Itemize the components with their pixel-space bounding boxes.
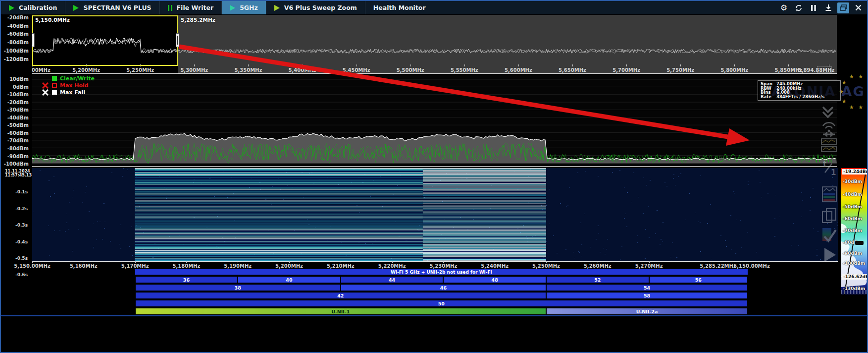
waterfall-confirm-icon[interactable] bbox=[819, 226, 839, 245]
channel-map-title-bar: Wi-Fi 5 GHz + UNII-2b not used for Wi-Fi bbox=[135, 269, 748, 275]
sweep-info-box: Span745.00MHzRBW248.00kHzBins6,008Rate38… bbox=[758, 80, 841, 101]
waterfall-x-tick-label: 5,230MHz bbox=[430, 263, 458, 269]
spectrum-waterfall-view-icon[interactable] bbox=[819, 184, 839, 204]
tab-v6-plus-sweep-zoom[interactable]: V6 Plus Sweep Zoom bbox=[266, 1, 365, 14]
wifi-channel-50: 50 bbox=[136, 300, 747, 306]
wifi-channel-46: 46 bbox=[341, 285, 546, 291]
spectrum-y-label: 0dBm bbox=[1, 85, 29, 90]
rtsa-window: CalibrationSPECTRAN V6 PLUSFile Writer5G… bbox=[0, 0, 868, 353]
overview-y-label: -20dBm bbox=[1, 15, 29, 20]
waterfall-x-tick-label: 5,240MHz bbox=[481, 263, 509, 269]
spectrum-y-label: -70dBm bbox=[1, 138, 29, 143]
legend-item-max-hold[interactable]: Max Hold bbox=[42, 82, 89, 88]
axis-selection-marker[interactable] bbox=[817, 66, 832, 73]
trace-color-swatch bbox=[52, 83, 57, 88]
spectrum-trace-plot bbox=[32, 74, 837, 165]
waterfall-time-tick: -0.1s bbox=[3, 189, 28, 194]
watermark-star-icon: ★ bbox=[849, 73, 854, 80]
pause-icon[interactable] bbox=[808, 2, 819, 13]
spectrum-y-label: -90dBm bbox=[1, 154, 29, 159]
wifi-channel-58: 58 bbox=[547, 293, 747, 298]
close-icon[interactable] bbox=[852, 2, 864, 13]
refresh-icon[interactable] bbox=[793, 2, 805, 13]
dual-spectrum-view-icon[interactable] bbox=[819, 135, 839, 155]
waterfall-x-tickmark bbox=[495, 261, 495, 263]
wifi-channel-44: 44 bbox=[341, 277, 443, 283]
watermark-star-icon: ★ bbox=[858, 73, 863, 80]
spectrum-y-label: -60dBm bbox=[1, 131, 29, 136]
color-scale-tick-label: -30dBm bbox=[843, 179, 862, 184]
waterfall-x-tickmark bbox=[238, 261, 238, 263]
waterfall-time-tick: -0.5s bbox=[3, 256, 28, 261]
spectrum-y-label: -30dBm bbox=[1, 108, 29, 113]
tab-calibration[interactable]: Calibration bbox=[1, 1, 65, 14]
zoom-region-box[interactable] bbox=[32, 15, 178, 66]
waterfall-x-tickmark bbox=[135, 261, 136, 263]
play-icon bbox=[230, 5, 235, 11]
settings-icon[interactable]: ⚙ bbox=[778, 2, 790, 13]
waterfall-x-tickmark bbox=[32, 261, 33, 263]
waterfall-time-label: 11:57:45.136 bbox=[5, 173, 35, 177]
waterfall-x-tickmark bbox=[443, 261, 444, 263]
spectrum-y-label: 10dBm bbox=[1, 77, 29, 82]
color-scale-tick-label: -90dBm bbox=[843, 251, 862, 256]
overview-x-tickmark bbox=[788, 64, 789, 66]
trace-color-swatch bbox=[52, 76, 57, 81]
waterfall-time-tick: -0.3s bbox=[3, 223, 28, 228]
watermark-star-icon: ★ bbox=[858, 104, 863, 111]
spectrum-axis-line bbox=[32, 166, 837, 167]
tab-label: SPECTRAN V6 PLUS bbox=[83, 4, 151, 11]
overview-y-label: -120dBm bbox=[1, 57, 29, 62]
waterfall-x-tickmark bbox=[84, 261, 84, 263]
legend-label: Clear/Write bbox=[60, 75, 95, 82]
tab-file-writer[interactable]: File Writer bbox=[160, 1, 222, 14]
spectrum-y-label: -40dBm bbox=[1, 116, 29, 120]
wifi-channel-52: 52 bbox=[547, 277, 649, 283]
waterfall-x-tickmark bbox=[392, 261, 393, 263]
window-controls: ⚙ bbox=[778, 1, 867, 14]
waterfall-x-tick-label: 5,250MHz bbox=[532, 263, 560, 269]
info-value: 384FFT/s / 286GHz/s bbox=[776, 95, 824, 99]
waterfall-color-scale[interactable]: -19.24dBm-30dBm-40dBm-50dBm-60dBm-70dBm-… bbox=[841, 168, 868, 294]
tab-spectran-v6-plus[interactable]: SPECTRAN V6 PLUS bbox=[65, 1, 159, 14]
overview-y-label: -100dBm bbox=[1, 49, 29, 54]
overview-x-tickmark bbox=[303, 64, 303, 66]
waterfall-x-tickmark bbox=[598, 261, 598, 263]
tab-5ghz[interactable]: 5GHz bbox=[222, 1, 266, 14]
zoom-region-left-handle[interactable] bbox=[32, 33, 35, 47]
waterfall-time-tick: -0.2s bbox=[3, 206, 28, 211]
color-scale-tick-label: -60dBm bbox=[843, 216, 862, 221]
waterfall-x-tick-label: 5,220MHz bbox=[378, 263, 406, 269]
channel-map-bottom-line bbox=[1, 315, 868, 316]
waterfall-wrap-tick-label: 5,150.00MHz bbox=[733, 263, 770, 269]
waterfall-x-tick-label: 5,150.00MHz bbox=[14, 263, 51, 269]
legend-label: Max Fall bbox=[60, 89, 85, 96]
wifi-channel-42: 42 bbox=[136, 293, 546, 298]
waterfall-x-tick-label: 5,190MHz bbox=[224, 263, 252, 269]
color-scale-marker-handle[interactable] bbox=[855, 241, 864, 245]
download-icon[interactable] bbox=[822, 2, 834, 13]
overview-x-tick-label: 5,200MHz bbox=[72, 67, 100, 73]
legend-item-clear-write[interactable]: Clear/Write bbox=[42, 75, 95, 81]
overview-x-tick-label: 5,250MHz bbox=[126, 67, 154, 73]
pause-icon bbox=[168, 5, 172, 11]
color-scale-tick-label: -100dBm bbox=[843, 261, 865, 266]
tab-health-monitor[interactable]: Health Monitor bbox=[365, 1, 434, 14]
color-scale-max-label: -19.24dBm bbox=[842, 169, 868, 175]
overview-axis-line bbox=[32, 73, 837, 74]
spectrum-y-label: -100dBm bbox=[1, 162, 29, 167]
waterfall-x-tickmark bbox=[186, 261, 187, 263]
waterfall-end-tick-label: 5,285.22MHz bbox=[700, 263, 736, 269]
duplicate-window-icon[interactable] bbox=[819, 206, 839, 226]
wifi-channel-38: 38 bbox=[136, 285, 340, 291]
layout-windows-icon[interactable] bbox=[837, 2, 849, 13]
overview-x-tickmark bbox=[680, 64, 681, 66]
play-icon[interactable] bbox=[819, 245, 839, 265]
overview-x-tick-label: 5,700MHz bbox=[613, 67, 640, 73]
legend-item-max-fall[interactable]: Max Fall bbox=[42, 89, 85, 95]
overview-spectrum-panel: 5,150.0MHz 5,285.2MHz 5,150.00MHz5,200MH… bbox=[32, 15, 837, 74]
overview-y-label: -80dBm bbox=[1, 40, 29, 45]
zoom-region-right-handle[interactable] bbox=[176, 33, 179, 47]
time-divide-icon[interactable]: t1 bbox=[819, 159, 839, 178]
waterfall-x-tick-label: 5,260MHz bbox=[584, 263, 612, 269]
